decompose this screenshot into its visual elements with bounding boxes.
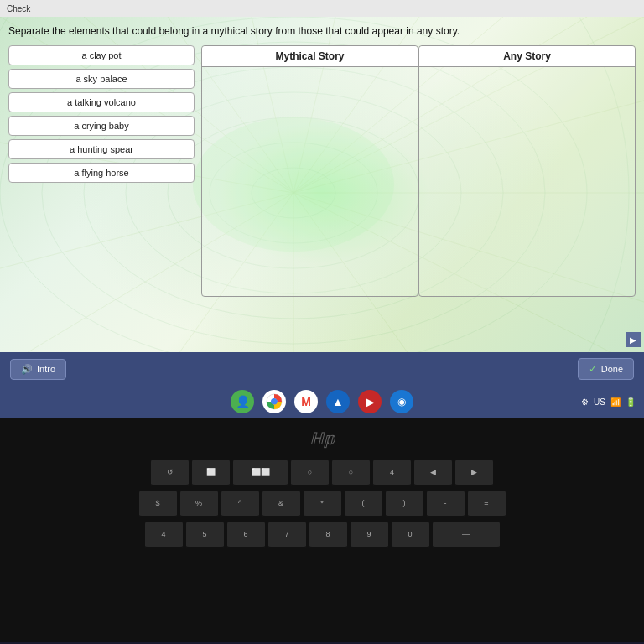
bottom-toolbar: 🔊 Intro ✓ Done (0, 352, 644, 386)
key-brightness-down[interactable]: ○ (291, 460, 329, 486)
key-percent[interactable]: % (180, 491, 218, 517)
done-button[interactable]: ✓ Done (578, 358, 634, 380)
any-story-body[interactable] (419, 67, 635, 296)
drag-area: a clay pot a sky palace a talking volcan… (8, 45, 636, 297)
taskbar-meet-icon[interactable]: ◉ (390, 390, 413, 413)
intro-label: Intro (37, 364, 55, 374)
item-talking-volcano[interactable]: a talking volcano (8, 92, 195, 112)
keyboard-row-3: 4 5 6 7 8 9 0 — (37, 522, 607, 548)
key-6-num[interactable]: 6 (227, 522, 265, 548)
keyboard-area: ℍ𝕡 ↺ ⬜ ⬜⬜ ○ ○ 4 ◀ ▶ $ % ^ & * ( ) - = 4 … (0, 418, 644, 642)
files-icon: 👤 (236, 395, 250, 408)
hp-logo: ℍ𝕡 (305, 426, 339, 451)
key-equals[interactable]: = (468, 491, 506, 517)
key-brightness-up[interactable]: ○ (332, 460, 370, 486)
item-clay-pot[interactable]: a clay pot (8, 45, 195, 65)
done-label: Done (601, 364, 623, 374)
gmail-icon: M (301, 395, 311, 408)
main-content: Separate the elements that could belong … (0, 17, 644, 386)
taskbar-drive-icon[interactable]: ▲ (326, 390, 350, 413)
items-column: a clay pot a sky palace a talking volcan… (8, 45, 201, 297)
key-star[interactable]: * (304, 491, 341, 517)
locale-label: US (594, 397, 605, 407)
taskbar-files-icon[interactable]: 👤 (231, 390, 254, 413)
mythical-story-header: Mythical Story (202, 46, 418, 67)
any-story-zone[interactable]: Any Story (418, 45, 636, 297)
taskbar: 👤 M ▲ ▶ ◉ ⚙ US 📶 🔋 (0, 386, 644, 418)
key-prev[interactable]: ◀ (414, 460, 452, 486)
key-4[interactable]: 4 (145, 522, 183, 548)
key-dollar[interactable]: $ (139, 491, 177, 517)
taskbar-youtube-icon[interactable]: ▶ (358, 390, 382, 413)
key-9[interactable]: 9 (351, 522, 388, 548)
laptop-screen: Check Separate the elements that could b… (0, 0, 644, 386)
key-0[interactable]: 0 (392, 522, 429, 548)
item-crying-baby[interactable]: a crying baby (8, 116, 195, 136)
key-amp[interactable]: & (262, 491, 300, 517)
key-dash[interactable]: — (433, 522, 500, 548)
app-header: Check (0, 0, 644, 17)
keyboard-row-2: $ % ^ & * ( ) - = (37, 491, 607, 517)
key-caret[interactable]: ^ (221, 491, 259, 517)
key-lparen[interactable]: ( (345, 491, 382, 517)
check-label: Check (7, 4, 30, 13)
meet-icon: ◉ (397, 396, 406, 408)
key-6[interactable]: 4 (373, 460, 411, 486)
item-hunting-spear[interactable]: a hunting spear (8, 139, 195, 159)
key-5[interactable]: 5 (186, 522, 224, 548)
key-overview[interactable]: ⬜⬜ (233, 460, 288, 486)
key-7[interactable]: 7 (268, 522, 306, 548)
intro-button[interactable]: 🔊 Intro (10, 359, 66, 380)
any-story-header: Any Story (419, 46, 635, 67)
instruction-text: Separate the elements that could belong … (8, 25, 636, 37)
settings-icon[interactable]: ⚙ (581, 397, 589, 407)
key-next[interactable]: ▶ (455, 460, 493, 486)
wifi-icon: 📶 (610, 397, 621, 407)
key-refresh[interactable]: ↺ (151, 460, 189, 486)
chrome-logo (266, 393, 283, 410)
taskbar-right: ⚙ US 📶 🔋 (581, 397, 636, 407)
drop-zones: Mythical Story Any Story (201, 45, 636, 297)
mythical-story-body[interactable] (202, 67, 418, 296)
taskbar-gmail-icon[interactable]: M (294, 390, 318, 413)
key-8[interactable]: 8 (309, 522, 347, 548)
taskbar-chrome-icon[interactable] (262, 390, 286, 413)
key-minus[interactable]: - (427, 491, 465, 517)
key-fullscreen[interactable]: ⬜ (192, 460, 230, 486)
keyboard-rows: ↺ ⬜ ⬜⬜ ○ ○ 4 ◀ ▶ $ % ^ & * ( ) - = 4 5 6… (37, 460, 607, 553)
item-sky-palace[interactable]: a sky palace (8, 69, 195, 89)
item-flying-horse[interactable]: a flying horse (8, 163, 195, 183)
battery-icon: 🔋 (626, 397, 636, 407)
key-rparen[interactable]: ) (386, 491, 423, 517)
drive-icon: ▲ (332, 395, 344, 408)
keyboard-row-1: ↺ ⬜ ⬜⬜ ○ ○ 4 ◀ ▶ (37, 460, 607, 486)
checkmark-icon: ✓ (589, 363, 597, 375)
svg-point-30 (272, 399, 278, 405)
speaker-icon: 🔊 (21, 364, 33, 375)
youtube-icon: ▶ (366, 395, 375, 408)
mythical-story-zone[interactable]: Mythical Story (201, 45, 418, 297)
